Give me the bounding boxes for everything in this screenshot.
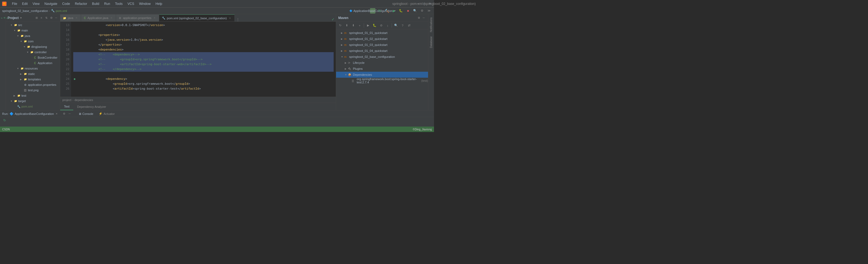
maven-debug-button[interactable]: 🐛 [372,23,378,28]
tree-item-target[interactable]: ▼ 📁 target [6,98,60,104]
dependencies-label: Dependencies [353,73,372,76]
maven-help-button[interactable]: ? [400,23,405,28]
run-button[interactable]: ▶ [391,8,397,14]
tab-java[interactable]: 📁 java ✕ [60,15,81,22]
tree-item-static[interactable]: ▶ 📁 static [6,71,60,77]
tab-overflow[interactable]: ⋮ [235,18,241,22]
tree-item-java[interactable]: ▼ 📁 java [6,33,60,38]
menu-run[interactable]: Run [102,1,112,6]
tree-item-dingjiaxiong[interactable]: ▼ 📁 dingjiaxiong [6,44,60,49]
maven-01-02-label: springboot_01_02_quickstart [349,37,388,41]
maven-01-01-label: springboot_01_01_quickstart [349,31,388,34]
tree-item-main[interactable]: ▼ 📁 main [6,28,60,33]
maven-lifecycle-button[interactable]: ⇄ [406,23,412,28]
btab-actuator[interactable]: ⚡ Actuator [97,111,117,116]
breadcrumb-project[interactable]: springboot_02_base_configuration [2,9,48,12]
tree-item-resources[interactable]: ▼ 📁 resources [6,66,60,71]
tab-application-close[interactable]: ✕ [110,16,113,20]
maven-item-01-04[interactable]: ▶ m springboot_01_04_quickstart [336,48,428,54]
panel-minimize-button[interactable]: ─ [54,16,58,20]
menu-tools[interactable]: Tools [113,1,125,6]
maven-minimize-button[interactable]: ─ [422,16,426,20]
menu-navigate[interactable]: Navigate [42,1,59,6]
debug-button[interactable]: 🐛 [398,8,404,14]
search-button[interactable]: 🔍 [412,8,418,14]
maven-item-02[interactable]: ▼ m springboot_02_base_configuration [336,54,428,60]
menu-view[interactable]: View [30,1,42,6]
menu-file[interactable]: File [10,1,19,6]
bottom-tab-dependency-analyzer[interactable]: Dependency Analyzer [73,103,110,110]
tree-item-controller[interactable]: ▼ 📁 controller [6,49,60,55]
btab-console[interactable]: 🖥 Console [76,112,95,116]
tree-item-test[interactable]: ▶ 📁 test [6,93,60,98]
maven-search-button[interactable]: 🔍 [393,23,399,28]
tree-item-com[interactable]: ▼ 📁 com [6,38,60,44]
maven-item-01-03[interactable]: ▶ m springboot_01_03_quickstart [336,42,428,48]
menu-code[interactable]: Code [60,1,72,6]
collapse-all-button[interactable]: ≡ [39,16,44,20]
tab-appprops-close[interactable]: ✕ [153,16,156,20]
sort-button[interactable]: ⇅ [44,16,49,20]
refresh-button[interactable]: ↻ [377,8,382,14]
tree-item-application[interactable]: C Application [6,60,60,66]
settings-button[interactable]: ⚙ [420,8,425,14]
status-author: ©Ding_Jiaxiong [413,128,432,131]
tab-appprops[interactable]: ⚙ application.properties ✕ [116,15,159,22]
tree-item-testpng[interactable]: 🖼 test.png [6,87,60,93]
maven-settings-button[interactable]: ⚙ [416,16,421,20]
bottom-minimize-button[interactable]: ─ [67,112,72,116]
maven-item-starter-test[interactable]: ||| org.springframework.boot:spring-boot… [336,78,428,84]
maven-item-dependencies[interactable]: ▼ 📦 Dependencies [336,72,428,78]
menu-vcs[interactable]: VCS [125,1,136,6]
maven-item-plugins[interactable]: ▶ 🔌 Plugins [336,66,428,72]
build-button[interactable]: 🔨 [384,8,390,14]
maven-add-button[interactable]: + [357,23,363,28]
expand-all-button[interactable]: ⊞ [34,16,39,20]
run-config-close[interactable]: ✕ [56,112,58,115]
dingjiaxiong-label: dingjiaxiong [31,45,47,48]
maven-skip-button[interactable]: ⊘ [378,23,384,28]
maven-item-lifecycle[interactable]: ▶ ⟳ Lifecycle [336,60,428,66]
menu-edit[interactable]: Edit [20,1,30,6]
stop-button[interactable]: ■ [405,8,411,14]
tab-java-close[interactable]: ✕ [75,16,78,20]
maven-download-sources-button[interactable]: ⬇ [350,23,356,28]
menu-window[interactable]: Window [137,1,153,6]
tab-pomxml[interactable]: 🔧 pom.xml (springboot_02_base_configurat… [159,15,235,22]
more-button[interactable]: ≫ [426,8,432,14]
notifications-label[interactable]: Notifications [429,15,433,34]
status-csdn: CSDN [2,128,10,131]
maven-download-button[interactable]: ⬇ [344,23,350,28]
editor-breadcrumb-project[interactable]: project [62,98,71,102]
maven-item-01-02[interactable]: ▶ m springboot_01_02_quickstart [336,36,428,42]
restart-button[interactable]: ↻ [2,118,7,123]
tab-pomxml-close[interactable]: ✕ [228,17,231,20]
menu-refactor[interactable]: Refactor [73,1,89,6]
maven-refresh-button[interactable]: ↻ [337,23,343,28]
project-dropdown-icon[interactable]: ▼ [20,17,22,19]
tree-item-src[interactable]: ▼ 📁 src [6,22,60,28]
bottom-tab-text[interactable]: Text [60,103,73,110]
run-config-icon: 🔷 [9,112,13,116]
maven-01-04-arrow: ▶ [341,50,344,52]
database-label[interactable]: Database [429,34,433,50]
maven-run-button[interactable]: ▶ [365,23,371,28]
tree-item-templates[interactable]: ▶ 📁 templates [6,77,60,82]
breadcrumb-file[interactable]: 🔧 pom.xml [51,9,67,12]
tree-item-appprops[interactable]: ⚙ application.properties [6,82,60,87]
starter-test-scope: (test) [421,79,428,82]
project-icon[interactable]: Proj [1,15,5,20]
tree-item-pomxml[interactable]: 🔧 pom.xml [6,104,60,109]
maven-item-01-01[interactable]: ▶ m springboot_01_01_quickstart [336,30,428,36]
tab-application[interactable]: C Application.java ✕ [81,15,116,22]
menu-help[interactable]: Help [153,1,164,6]
maven-collapse-button[interactable]: ↕ [384,23,391,28]
plugins-icon: 🔌 [348,68,352,70]
tree-item-bookcontroller[interactable]: C BookController [6,55,60,60]
panel-settings-button[interactable]: ⚙ [49,16,54,20]
code-editor[interactable]: <version>0.0.1-SNAPSHOT</version> <prope… [71,22,336,97]
bottom-settings-button[interactable]: ⚙ [62,112,66,116]
run-config-selector[interactable]: 🔷 ApplicationBaseConfiguration ▼ [370,8,375,14]
menu-build[interactable]: Build [90,1,101,6]
editor-breadcrumb-dependencies[interactable]: dependencies [74,98,93,102]
